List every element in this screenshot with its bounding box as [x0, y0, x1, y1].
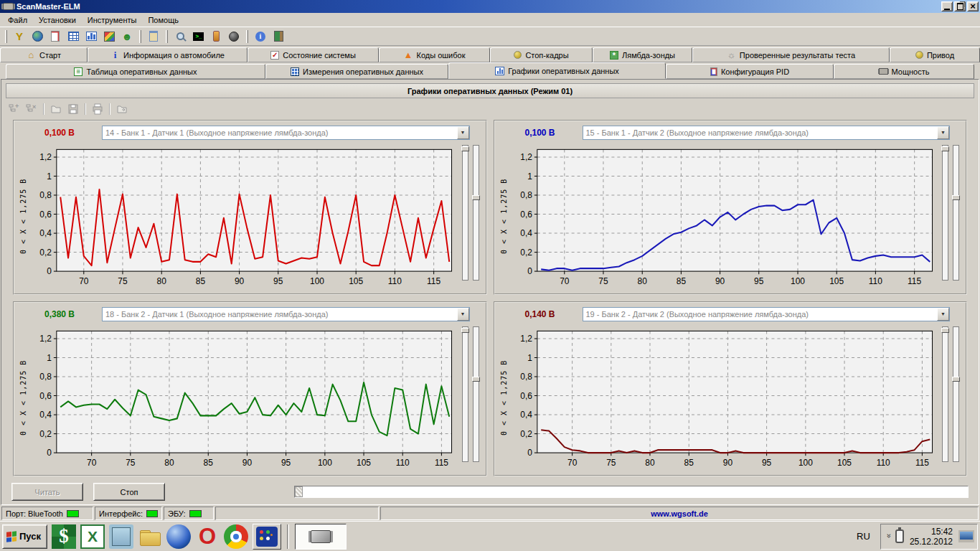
y-zoom-slider[interactable] — [953, 326, 959, 462]
line-chart: 00,20,40,60,811,270758085909510010511011… — [29, 324, 458, 472]
doc-settings-icon — [51, 31, 60, 42]
y-max-slider[interactable] — [942, 326, 948, 462]
remove-graph-button[interactable]: × — [24, 102, 39, 116]
y-max-slider[interactable] — [462, 145, 468, 281]
pid-selector[interactable]: 19 - Банк 2 - Датчик 2 (Выходное напряже… — [583, 307, 951, 321]
slider-thumb[interactable] — [941, 328, 949, 333]
tab-freeze-frames[interactable]: Стоп-кадры — [490, 47, 593, 62]
svg-text:110: 110 — [876, 457, 890, 467]
slider-thumb[interactable] — [461, 328, 469, 333]
menu-settings[interactable]: Установки — [34, 14, 81, 26]
pid-selector[interactable]: 18 - Банк 2 - Датчик 1 (Выходное напряже… — [102, 307, 470, 321]
website-link[interactable]: www.wgsoft.de — [651, 509, 708, 518]
y-zoom-slider[interactable] — [473, 326, 479, 462]
system-tray: « 15:42 25.12.2012 — [880, 524, 978, 550]
menu-file[interactable]: Файл — [3, 14, 32, 26]
quicklaunch-browser-icon[interactable] — [166, 524, 191, 549]
snapshot-button[interactable] — [101, 29, 117, 44]
terminal-button[interactable]: >_ — [190, 29, 206, 44]
close-button[interactable] — [967, 1, 979, 11]
user-button[interactable]: ☻ — [119, 29, 135, 44]
tab-live-data-meters[interactable]: Измерения оперативных данных — [265, 64, 448, 79]
y-zoom-slider[interactable] — [953, 145, 959, 281]
clipboard-button[interactable] — [146, 29, 161, 44]
chevron-down-icon[interactable]: ▼ — [937, 308, 949, 321]
open-button[interactable] — [49, 102, 63, 116]
tab-system-status[interactable]: ✓Состояние системы — [248, 47, 379, 62]
quicklaunch-finance-icon[interactable]: $ — [52, 524, 76, 549]
chevron-down-icon[interactable]: ▼ — [457, 126, 469, 139]
menu-tools[interactable]: Инструменты — [83, 14, 142, 26]
quicklaunch-chrome-icon[interactable] — [224, 524, 248, 549]
read-button[interactable]: Читать — [11, 483, 83, 501]
menu-help[interactable]: Помощь — [143, 14, 184, 26]
scale-sliders — [938, 324, 963, 472]
quicklaunch-folder-icon[interactable] — [138, 524, 162, 549]
slider-thumb[interactable] — [952, 195, 960, 200]
pid-selector[interactable]: 14 - Банк 1 - Датчик 1 (Выходное напряже… — [102, 126, 470, 140]
y-max-slider[interactable] — [462, 326, 468, 462]
tab-actuator[interactable]: Привод — [890, 47, 980, 62]
checkbox-icon: ✓ — [270, 51, 279, 60]
tray-expand-icon[interactable]: « — [884, 534, 892, 537]
tab-pid-config[interactable]: Конфигурация PID — [666, 64, 834, 79]
main-toolbar: Y ☻ >_ i — [0, 27, 980, 46]
y-zoom-slider[interactable] — [473, 145, 479, 281]
svg-text:0: 0 — [527, 266, 532, 276]
add-graph-button[interactable]: + — [7, 102, 22, 116]
chevron-down-icon[interactable]: ▼ — [457, 308, 469, 321]
tab-live-data-graphs[interactable]: Графики оперативных данных — [448, 62, 666, 79]
tab-live-data-table[interactable]: ≡Таблица оперативных данных — [6, 64, 265, 79]
tray-clock[interactable]: 15:42 25.12.2012 — [910, 527, 953, 547]
restore-button[interactable] — [954, 1, 966, 11]
slider-thumb[interactable] — [941, 146, 949, 151]
web-button[interactable] — [29, 29, 45, 44]
chevron-down-icon[interactable]: ▼ — [937, 126, 949, 139]
dashboard-button[interactable] — [226, 29, 242, 44]
device-button[interactable] — [208, 29, 224, 44]
search-button[interactable] — [172, 29, 188, 44]
current-value: 0,140 В — [498, 309, 583, 319]
protocol-button[interactable] — [47, 29, 63, 44]
task-paint-button[interactable] — [253, 524, 281, 550]
svg-text:95: 95 — [761, 457, 771, 467]
graphs-button[interactable] — [83, 29, 99, 44]
start-button[interactable]: Пуск — [2, 524, 47, 549]
pid-selector[interactable]: 15 - Банк 1 - Датчик 2 (Выходное напряже… — [583, 126, 951, 140]
windows-logo-icon — [6, 531, 17, 542]
quicklaunch-excel-icon[interactable]: X — [80, 524, 105, 549]
svg-text:75: 75 — [126, 457, 136, 467]
quicklaunch-opera-icon[interactable]: O — [195, 524, 220, 549]
tab-error-codes[interactable]: ▲Коды ошибок — [379, 47, 490, 62]
slider-thumb[interactable] — [461, 146, 469, 151]
save-button[interactable] — [66, 102, 80, 116]
minimize-button[interactable] — [941, 1, 953, 11]
current-value: 0,100 В — [498, 128, 583, 138]
quicklaunch-monitor-icon[interactable] — [109, 524, 133, 549]
tab-test-results[interactable]: ☼Проверенные результаты теста — [692, 47, 890, 62]
data-table-button[interactable] — [65, 29, 81, 44]
slider-thumb[interactable] — [472, 195, 480, 200]
trackbar-thumb[interactable] — [295, 486, 303, 497]
connect-button[interactable]: Y — [11, 29, 27, 44]
about-button[interactable]: i — [253, 29, 268, 44]
export-button[interactable] — [115, 102, 129, 116]
stop-button[interactable]: Стоп — [93, 483, 165, 501]
slider-thumb[interactable] — [952, 377, 960, 382]
y-max-slider[interactable] — [942, 145, 948, 281]
slider-thumb[interactable] — [472, 377, 480, 382]
progress-trackbar[interactable] — [294, 486, 969, 498]
svg-text:115: 115 — [435, 457, 448, 467]
tab-lambda-sensors[interactable]: *Лямбда-зонды — [593, 47, 692, 62]
tab-start[interactable]: ⌂Старт — [0, 47, 88, 62]
show-desktop-icon[interactable] — [958, 530, 974, 542]
tab-power[interactable]: Мощность — [834, 64, 974, 79]
tab-row-1: ⌂Старт iИнформация о автомобиле ✓Состоян… — [0, 46, 980, 62]
language-indicator[interactable]: RU — [851, 531, 876, 542]
exit-button[interactable] — [270, 29, 286, 44]
interface-status: Интерфейс: — [95, 507, 162, 520]
task-scanmaster-button[interactable] — [295, 524, 347, 550]
tab-vehicle-info[interactable]: iИнформация о автомобиле — [88, 47, 248, 62]
print-button[interactable] — [90, 102, 105, 116]
svg-text:0,8: 0,8 — [39, 372, 52, 382]
